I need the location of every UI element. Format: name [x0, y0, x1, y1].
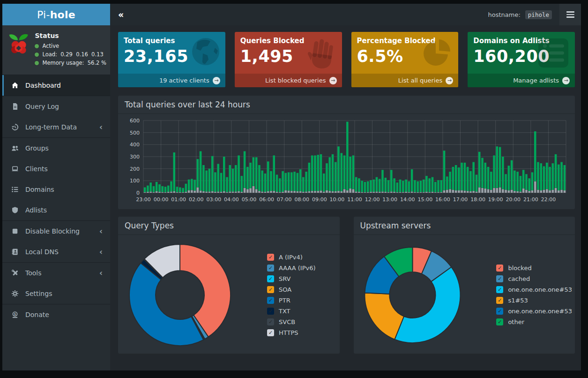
legend-item-cached[interactable]: ✓cached	[496, 275, 572, 282]
sidebar-item-domains[interactable]: Domains	[2, 179, 110, 200]
bar-group[interactable]	[505, 174, 507, 193]
bar-group[interactable]	[253, 157, 255, 193]
bar-group[interactable]	[525, 174, 528, 193]
bar-group[interactable]	[276, 175, 278, 193]
bar-group[interactable]	[387, 180, 390, 193]
bar-group[interactable]	[149, 182, 152, 193]
bar-group[interactable]	[170, 181, 172, 193]
bar-group[interactable]	[241, 176, 243, 193]
bar-group[interactable]	[317, 155, 319, 193]
bar-group[interactable]	[328, 157, 331, 193]
bar-group[interactable]	[370, 180, 372, 193]
bar-group[interactable]	[364, 182, 366, 193]
query-types-donut[interactable]	[125, 240, 235, 350]
bar-group[interactable]	[314, 155, 316, 193]
bar-group[interactable]	[508, 166, 510, 193]
bar-group[interactable]	[229, 165, 231, 193]
bar-group[interactable]	[264, 174, 267, 193]
donut-segment-4-ptr[interactable]	[129, 263, 203, 345]
bar-group[interactable]	[349, 157, 351, 193]
bar-group[interactable]	[393, 178, 395, 193]
bar-group[interactable]	[502, 157, 504, 193]
bar-group[interactable]	[293, 172, 296, 193]
bar-group[interactable]	[522, 170, 525, 193]
bar-group[interactable]	[461, 163, 463, 193]
bar-group[interactable]	[161, 186, 164, 193]
bar-group[interactable]	[352, 155, 355, 193]
bar-group[interactable]	[446, 176, 448, 193]
bar-group[interactable]	[288, 172, 290, 193]
bar-group[interactable]	[560, 162, 563, 193]
bar-group[interactable]	[472, 162, 475, 193]
bar-group[interactable]	[346, 122, 349, 193]
bar-group[interactable]	[290, 172, 293, 193]
bar-group[interactable]	[537, 162, 539, 193]
bar-group[interactable]	[540, 163, 542, 193]
bar-group[interactable]	[246, 167, 249, 193]
bar-group[interactable]	[514, 171, 516, 193]
bar-group[interactable]	[197, 159, 199, 193]
sidebar-item-disable-blocking[interactable]: Disable Blocking‹	[2, 221, 110, 242]
bar-group[interactable]	[302, 177, 305, 193]
bar-group[interactable]	[476, 175, 478, 193]
bar-group[interactable]	[423, 180, 425, 193]
sidebar-collapse-toggle[interactable]: «	[118, 9, 124, 20]
bar-group[interactable]	[185, 184, 187, 193]
bar-group[interactable]	[531, 172, 534, 193]
card-footer-link[interactable]: List all queries→	[351, 74, 459, 87]
bar-group[interactable]	[179, 187, 181, 193]
bar-group[interactable]	[270, 171, 272, 193]
bar-group[interactable]	[437, 180, 439, 193]
bar-group[interactable]	[449, 172, 451, 193]
sidebar-item-clients[interactable]: Clients	[2, 159, 110, 179]
legend-item-a-ipv4[interactable]: ✓A (IPv4)	[267, 254, 316, 261]
bar-group[interactable]	[156, 182, 158, 193]
bar-group[interactable]	[484, 163, 486, 193]
bar-group[interactable]	[297, 173, 299, 193]
bar-group[interactable]	[402, 181, 404, 193]
bar-group[interactable]	[420, 181, 422, 193]
bar-group[interactable]	[226, 177, 228, 193]
bar-group[interactable]	[546, 163, 548, 193]
bar-group[interactable]	[205, 171, 208, 193]
stat-card-queries-blocked[interactable]: Queries Blocked 1,495 List blocked queri…	[235, 32, 342, 87]
bar-group[interactable]	[434, 182, 437, 193]
bar-group[interactable]	[220, 173, 223, 193]
bar-group[interactable]	[516, 172, 519, 193]
bar-group[interactable]	[452, 167, 454, 193]
bar-group[interactable]	[249, 163, 252, 193]
bar-group[interactable]	[396, 182, 399, 193]
sidebar-item-local-dns[interactable]: Local DNS‹	[2, 242, 110, 262]
stat-card-total-queries[interactable]: Total queries 23,165 19 active clients→	[118, 32, 225, 87]
sidebar-item-donate[interactable]: $Donate	[2, 304, 110, 325]
bar-group[interactable]	[167, 186, 170, 193]
menu-toggle-button[interactable]	[559, 4, 581, 25]
bar-group[interactable]	[232, 169, 234, 193]
bar-group[interactable]	[194, 180, 196, 193]
bar-group[interactable]	[384, 178, 387, 193]
legend-item-one-one-one-one-53[interactable]: ✓one.one.one.one#53	[496, 308, 572, 315]
bar-group[interactable]	[520, 176, 522, 193]
bar-group[interactable]	[432, 177, 434, 193]
bar-group[interactable]	[490, 172, 492, 193]
bar-group[interactable]	[493, 155, 495, 193]
bar-group[interactable]	[408, 181, 410, 193]
bar-group[interactable]	[311, 155, 313, 193]
upstream-servers-donut[interactable]	[360, 240, 465, 350]
bar-group[interactable]	[217, 164, 219, 193]
bar-group[interactable]	[223, 157, 225, 193]
bar-group[interactable]	[261, 171, 263, 193]
bar-group[interactable]	[528, 178, 530, 193]
bar-group[interactable]	[399, 180, 402, 193]
bar-group[interactable]	[478, 152, 481, 193]
card-footer-link[interactable]: Manage adlists→	[468, 74, 575, 87]
bar-group[interactable]	[428, 178, 431, 193]
bar-group[interactable]	[211, 156, 214, 193]
bar-group[interactable]	[549, 167, 551, 193]
bar-group[interactable]	[564, 165, 566, 193]
legend-item-txt[interactable]: ✓TXT	[267, 308, 316, 315]
bar-group[interactable]	[273, 155, 275, 193]
bar-group[interactable]	[372, 180, 375, 193]
bar-group[interactable]	[279, 178, 281, 193]
bar-group[interactable]	[144, 187, 146, 193]
